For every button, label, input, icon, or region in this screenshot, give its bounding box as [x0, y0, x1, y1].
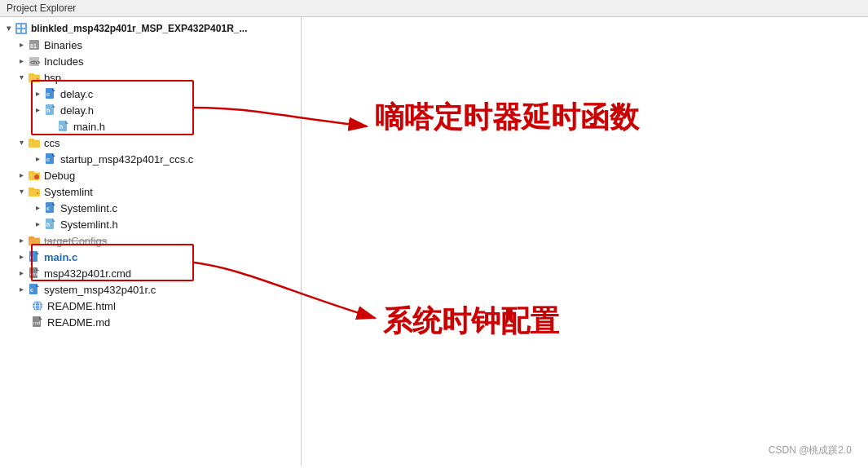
chevron-system-c: [16, 285, 26, 294]
targetconfigs-row[interactable]: targetConfigs: [0, 232, 301, 249]
delay-c-icon: c: [44, 87, 57, 100]
debug-row[interactable]: Debug: [0, 167, 301, 183]
systemlint-c-row[interactable]: c Systemlint.c: [0, 200, 301, 216]
ccs-folder-label: ccs: [44, 137, 60, 149]
includes-icon: <h>: [28, 55, 41, 68]
bsp-folder-icon: [28, 71, 41, 84]
svg-marker-33: [52, 202, 55, 205]
chevron-systemlint: [16, 187, 26, 196]
chevron-readme-html: [20, 301, 29, 311]
delay-c-row[interactable]: c delay.c: [0, 86, 301, 102]
includes-row[interactable]: <h> Includes: [0, 53, 301, 69]
chevron-main-c: [16, 252, 26, 262]
chevron-ccs: [16, 138, 26, 148]
debug-icon: [28, 169, 41, 182]
chevron-project: [3, 24, 13, 33]
content-area: CSDN @桃成蹊2.0: [302, 17, 868, 466]
readme-md-label: README.md: [47, 316, 110, 329]
svg-marker-13: [52, 88, 55, 91]
svg-rect-2: [22, 24, 25, 28]
startup-label: startup_msp432p401r_ccs.c: [60, 153, 193, 166]
svg-text:c: c: [46, 91, 50, 97]
main-c-icon: c: [28, 250, 41, 263]
bsp-folder-row[interactable]: bsp: [0, 69, 301, 86]
svg-text:c: c: [30, 287, 33, 293]
main-c-label: main.c: [44, 251, 77, 263]
ccs-folder-row[interactable]: ccs: [0, 135, 301, 151]
chevron-cmd: [16, 268, 26, 278]
systemlint-folder-label: Systemlint: [44, 186, 93, 198]
svg-marker-41: [36, 251, 39, 254]
svg-marker-44: [36, 267, 39, 271]
readme-html-label: README.html: [47, 300, 116, 312]
chevron-debug: [16, 170, 26, 180]
svg-text:<h>: <h>: [30, 60, 40, 65]
svg-rect-3: [17, 29, 20, 33]
systemlint-h-icon: h: [44, 218, 57, 231]
svg-marker-24: [52, 153, 55, 157]
systemlint-h-row[interactable]: h Systemlint.h: [0, 216, 301, 232]
project-icon: [15, 22, 28, 35]
systemlint-folder-row[interactable]: Systemlint: [0, 183, 301, 200]
main-c-row[interactable]: c main.c: [0, 249, 301, 265]
svg-marker-36: [52, 219, 55, 222]
readme-md-row[interactable]: md README.md: [0, 314, 301, 330]
svg-text:h: h: [46, 222, 50, 227]
cmd-icon: cmd: [28, 267, 41, 280]
project-root[interactable]: blinkled_msp432p401r_MSP_EXP432P401R_...: [0, 20, 301, 37]
ccs-folder-icon: [28, 136, 41, 149]
binaries-label: Binaries: [44, 39, 82, 51]
debug-label: Debug: [44, 170, 75, 182]
svg-text:h: h: [59, 124, 63, 130]
chevron-systemlint-h: [33, 219, 42, 229]
svg-text:c: c: [46, 205, 50, 211]
delay-c-label: delay.c: [60, 88, 93, 100]
svg-text:c: c: [30, 254, 33, 260]
includes-label: Includes: [44, 55, 83, 68]
startup-row[interactable]: c startup_msp432p401r_ccs.c: [0, 151, 301, 167]
svg-marker-16: [52, 104, 55, 108]
delay-h-row[interactable]: h delay.h: [0, 102, 301, 118]
project-explorer-panel: blinkled_msp432p401r_MSP_EXP432P401R_...…: [0, 17, 302, 466]
systemlint-c-label: Systemlint.c: [60, 202, 117, 214]
binaries-icon: 01: [28, 38, 41, 51]
readme-html-row[interactable]: README.html: [0, 298, 301, 314]
delay-h-label: delay.h: [60, 104, 94, 117]
project-name: blinkled_msp432p401r_MSP_EXP432P401R_...: [31, 23, 247, 34]
targetconfigs-label: targetConfigs: [44, 235, 107, 247]
main-h-row[interactable]: h main.h: [0, 118, 301, 135]
binaries-row[interactable]: 01 Binaries: [0, 37, 301, 53]
svg-marker-19: [65, 121, 68, 124]
chevron-systemlint-c: [33, 203, 42, 213]
readme-md-icon: md: [31, 316, 44, 329]
cmd-label: msp432p401r.cmd: [44, 267, 131, 280]
systemlint-folder-icon: [28, 185, 41, 198]
system-c-row[interactable]: c system_msp432p401r.c: [0, 281, 301, 298]
system-c-label: system_msp432p401r.c: [44, 284, 156, 296]
chevron-bsp: [16, 73, 26, 82]
main-h-label: main.h: [73, 121, 105, 133]
svg-text:c: c: [46, 157, 50, 162]
chevron-startup: [33, 154, 42, 164]
svg-marker-55: [39, 316, 42, 320]
chevron-delay-h: [33, 105, 42, 115]
svg-point-28: [34, 174, 39, 179]
svg-rect-4: [22, 29, 25, 33]
targetconfigs-icon: [28, 234, 41, 247]
chevron-binaries: [16, 40, 26, 50]
bsp-folder-label: bsp: [44, 72, 61, 84]
svg-marker-47: [36, 284, 39, 287]
main-h-icon: h: [57, 120, 70, 133]
header-bar: Project Explorer: [0, 0, 868, 17]
delay-h-icon: h: [44, 104, 57, 117]
chevron-includes: [16, 56, 26, 66]
watermark: CSDN @桃成蹊2.0: [769, 444, 852, 457]
svg-text:md: md: [33, 320, 40, 325]
chevron-delay-c: [33, 89, 42, 99]
startup-icon: c: [44, 152, 57, 166]
chevron-main-h: [46, 121, 55, 131]
system-c-icon: c: [28, 283, 41, 296]
cmd-row[interactable]: cmd msp432p401r.cmd: [0, 265, 301, 281]
svg-text:01: 01: [30, 43, 37, 49]
readme-html-icon: [31, 299, 44, 312]
